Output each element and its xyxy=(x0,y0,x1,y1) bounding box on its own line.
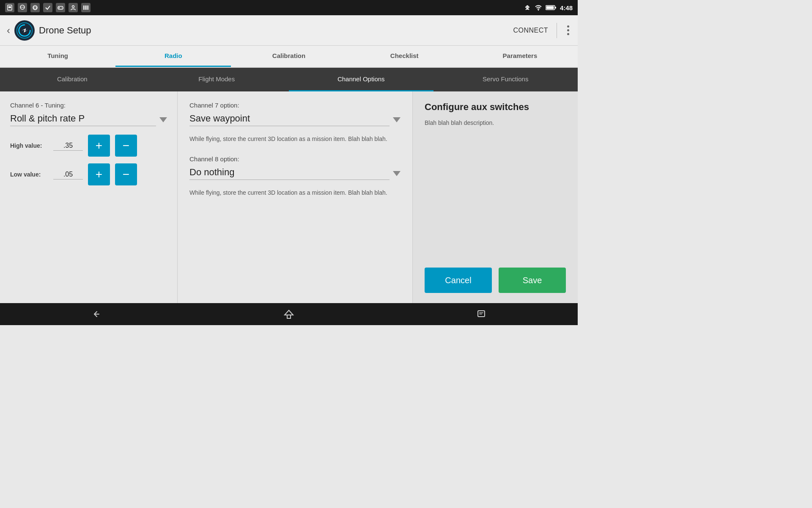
channel8-description: While flying, store the current 3D locat… xyxy=(189,188,401,197)
channel7-value: Save waypoint xyxy=(189,113,390,126)
config-description: Blah blah blah description. xyxy=(425,119,566,127)
bottom-nav xyxy=(0,303,578,325)
subtab-flight-modes[interactable]: Flight Modes xyxy=(145,68,289,91)
channel8-dropdown[interactable]: Do nothing xyxy=(189,167,401,180)
android-icon xyxy=(30,3,40,12)
svg-point-3 xyxy=(21,7,22,8)
config-info: Configure aux switches Blah blah blah de… xyxy=(425,102,566,127)
channel6-label: Channel 6 - Tuning: xyxy=(10,102,167,109)
status-icons-right: 4:48 xyxy=(524,4,573,11)
low-value-plus-button[interactable]: + xyxy=(88,163,110,185)
svg-point-12 xyxy=(72,6,74,8)
high-value-plus-button[interactable]: + xyxy=(88,135,110,157)
app-title: Drone Setup xyxy=(39,25,91,36)
svg-rect-13 xyxy=(83,6,84,10)
left-panel: Channel 6 - Tuning: Roll & pitch rate P … xyxy=(0,91,178,303)
svg-rect-16 xyxy=(87,6,87,10)
svg-point-5 xyxy=(23,7,24,8)
bluetooth-icon xyxy=(524,5,531,11)
svg-point-11 xyxy=(61,8,62,8)
wifi-icon xyxy=(535,5,542,11)
app-logo xyxy=(14,20,35,41)
header-left: ‹ Drone Setup xyxy=(7,20,91,41)
tab-checklist[interactable]: Checklist xyxy=(347,46,462,67)
status-time: 4:48 xyxy=(560,4,573,11)
channel7-description: While flying, store the current 3D locat… xyxy=(189,135,401,144)
channel6-dropdown[interactable]: Roll & pitch rate P xyxy=(10,113,167,126)
tab-tuning[interactable]: Tuning xyxy=(0,46,115,67)
middle-panel: Channel 7 option: Save waypoint While fl… xyxy=(178,91,413,303)
low-value-input[interactable] xyxy=(53,170,83,179)
nav-home-button[interactable] xyxy=(283,308,295,320)
channel6-value: Roll & pitch rate P xyxy=(10,113,156,126)
menu-button[interactable] xyxy=(565,24,571,37)
subtab-channel-options[interactable]: Channel Options xyxy=(289,68,433,91)
channel8-arrow-icon xyxy=(393,171,401,176)
tab-parameters[interactable]: Parameters xyxy=(462,46,578,67)
tab-calibration[interactable]: Calibration xyxy=(231,46,346,67)
subtab-calibration[interactable]: Calibration xyxy=(0,68,145,91)
done-icon xyxy=(43,3,52,12)
svg-rect-17 xyxy=(88,6,88,10)
low-value-minus-button[interactable]: − xyxy=(115,163,137,185)
channel7-arrow-icon xyxy=(393,117,401,122)
action-buttons: Cancel Save xyxy=(425,268,566,293)
channel8-value: Do nothing xyxy=(189,167,390,180)
subtab-servo-functions[interactable]: Servo Functions xyxy=(433,68,578,91)
svg-point-18 xyxy=(538,10,539,11)
sub-tabs: Calibration Flight Modes Channel Options… xyxy=(0,68,578,91)
battery-icon xyxy=(546,5,557,11)
low-value-label: Low value: xyxy=(10,171,48,178)
channel6-arrow-icon xyxy=(159,117,167,122)
low-value-row: Low value: + − xyxy=(10,163,167,185)
svg-rect-26 xyxy=(479,312,483,313)
high-value-minus-button[interactable]: − xyxy=(115,135,137,157)
save-button[interactable]: Save xyxy=(499,268,566,293)
channel7-dropdown[interactable]: Save waypoint xyxy=(189,113,401,126)
svg-rect-27 xyxy=(479,314,482,315)
sim-icon xyxy=(5,3,14,12)
right-panel: Configure aux switches Blah blah blah de… xyxy=(413,91,578,303)
nav-back-button[interactable] xyxy=(91,308,102,320)
svg-rect-24 xyxy=(287,315,291,318)
main-tabs: Tuning Radio Calibration Checklist Param… xyxy=(0,46,578,68)
status-icons-left xyxy=(5,3,91,12)
svg-rect-21 xyxy=(546,6,554,9)
person-icon xyxy=(69,3,78,12)
tab-radio[interactable]: Radio xyxy=(115,46,231,67)
svg-rect-1 xyxy=(8,6,11,8)
svg-rect-7 xyxy=(34,7,36,9)
header-right: CONNECT xyxy=(513,23,571,38)
status-bar: 4:48 xyxy=(0,0,578,15)
nav-recents-button[interactable] xyxy=(475,308,487,320)
svg-rect-14 xyxy=(85,6,85,10)
config-title: Configure aux switches xyxy=(425,102,566,113)
svg-rect-20 xyxy=(555,7,556,8)
content-area: Channel 6 - Tuning: Roll & pitch rate P … xyxy=(0,91,578,303)
connect-button[interactable]: CONNECT xyxy=(513,27,548,34)
svg-marker-23 xyxy=(285,310,293,315)
cancel-button[interactable]: Cancel xyxy=(425,268,492,293)
chat-icon xyxy=(18,3,27,12)
svg-rect-15 xyxy=(85,6,86,10)
high-value-input[interactable] xyxy=(53,141,83,151)
back-button[interactable]: ‹ xyxy=(7,25,10,36)
barcode-icon xyxy=(81,3,91,12)
channel8-label: Channel 8 option: xyxy=(189,155,401,163)
gamepad-icon xyxy=(56,3,65,12)
high-value-label: High value: xyxy=(10,142,48,149)
app-header: ‹ Drone Setup CONNECT xyxy=(0,15,578,46)
high-value-row: High value: + − xyxy=(10,135,167,157)
channel7-label: Channel 7 option: xyxy=(189,102,401,109)
svg-point-4 xyxy=(22,7,23,8)
